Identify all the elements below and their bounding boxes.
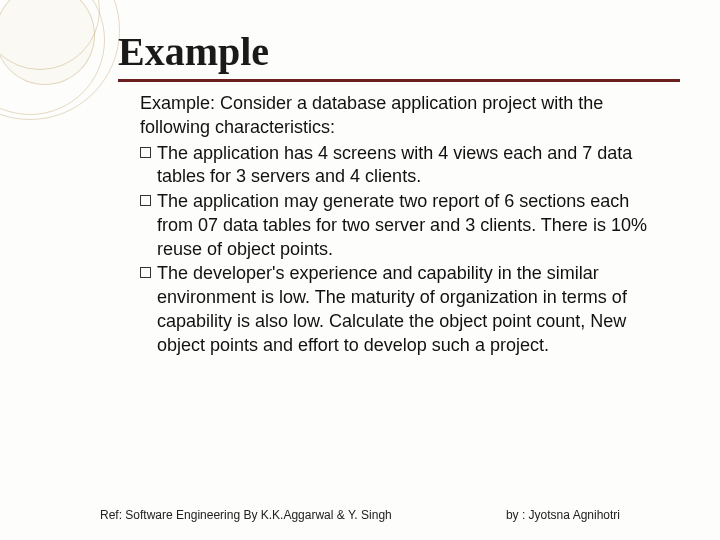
title-underline: [118, 79, 680, 82]
title-block: Example: [118, 28, 680, 82]
bullet-text: The application has 4 screens with 4 vie…: [157, 142, 670, 190]
footer-reference: Ref: Software Engineering By K.K.Aggarwa…: [100, 508, 392, 522]
bullet-item: The application has 4 screens with 4 vie…: [140, 142, 670, 190]
body-content: Example: Consider a database application…: [140, 92, 670, 357]
intro-text: Example: Consider a database application…: [140, 92, 670, 140]
bullet-text: The application may generate two report …: [157, 190, 670, 261]
checkbox-icon: [140, 267, 151, 278]
bullet-item: The developer's experience and capabilit…: [140, 262, 670, 357]
checkbox-icon: [140, 147, 151, 158]
bullet-text: The developer's experience and capabilit…: [157, 262, 670, 357]
slide-title: Example: [118, 28, 680, 79]
footer: Ref: Software Engineering By K.K.Aggarwa…: [100, 508, 680, 522]
checkbox-icon: [140, 195, 151, 206]
bullet-item: The application may generate two report …: [140, 190, 670, 261]
footer-author: by : Jyotsna Agnihotri: [506, 508, 620, 522]
